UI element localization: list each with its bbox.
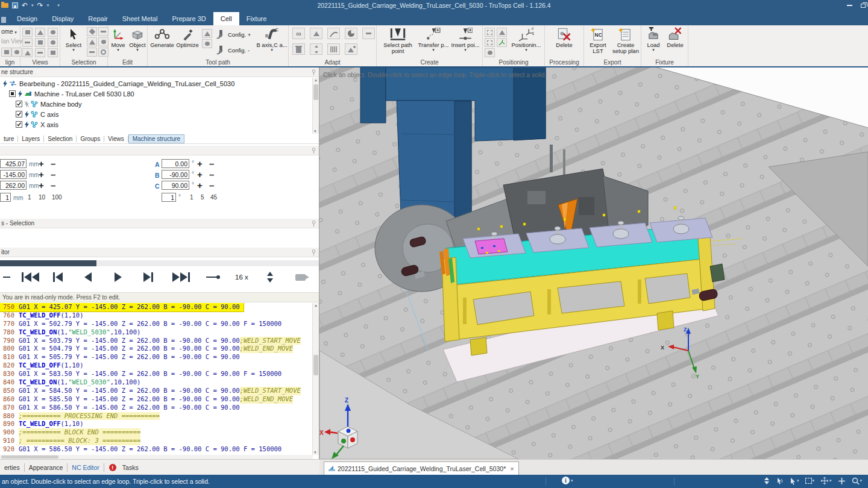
linear-step-1[interactable]: 1 — [28, 194, 31, 201]
x-coordinate-field[interactable] — [0, 159, 27, 168]
pie-icon[interactable] — [345, 28, 357, 39]
positioning-button[interactable]: 21 Positionin...▾ — [509, 27, 543, 51]
tree-checkbox[interactable] — [16, 101, 22, 107]
y-minus-button[interactable]: – — [51, 170, 55, 178]
close-document-icon[interactable]: × — [510, 465, 514, 472]
b-axis-c-axis-button[interactable]: BC B axis,C a...▾ — [256, 27, 288, 51]
move-button[interactable]: Move▾ — [109, 27, 127, 51]
panel-tab-selection[interactable]: Selection — [44, 134, 76, 143]
bottom-tab-nc-editor[interactable]: NC Editor — [68, 461, 104, 474]
a-angle-field[interactable] — [162, 159, 189, 168]
tree-checkbox[interactable] — [9, 90, 16, 97]
smooth-icon[interactable]: ∞ — [292, 28, 305, 39]
tree-row-x-axis[interactable]: X axis — [0, 119, 311, 130]
nc-line-920[interactable]: 920G01 X = 586.50 Y = -145.00 Z = 262.00… — [0, 445, 285, 454]
open-icon[interactable] — [1, 3, 8, 8]
document-tab[interactable]: 20221115_Guided_Carriage_Welding_TruLase… — [324, 461, 519, 475]
y-plus-button[interactable]: + — [39, 170, 44, 178]
speed-stepper[interactable] — [267, 272, 273, 283]
c-plus-button[interactable]: + — [197, 181, 203, 189]
pan-icon[interactable] — [838, 477, 846, 485]
linear-step-10[interactable]: 10 — [39, 194, 45, 201]
nc-line-870[interactable]: 870G01 X = 586.50 Y = -145.00 Z = 262.00… — [0, 404, 244, 412]
nc-code[interactable]: 750G01 X = 425.07 Y = -145.00 Z = 262.00… — [0, 303, 319, 455]
config-plus-button[interactable]: Config. + — [215, 29, 251, 40]
zoom-icon[interactable]: ▾ — [852, 477, 863, 485]
flag-icon[interactable] — [310, 28, 322, 39]
config-minus-button[interactable]: Config. - — [215, 45, 250, 55]
linear-step-field[interactable] — [0, 193, 11, 202]
bottom-tab-tasks[interactable]: Tasks — [118, 461, 143, 474]
nc-line-910[interactable]: 910; ========== BLOCK: 3 ========== — [0, 437, 144, 445]
menu-tab-sheet-metal[interactable]: Sheet Metal — [115, 12, 165, 25]
play-backward-button[interactable] — [84, 272, 92, 282]
trash-icon[interactable] — [292, 43, 305, 55]
positioning-small-icons-mid[interactable] — [497, 28, 507, 47]
c-minus-button[interactable]: – — [209, 181, 214, 189]
menu-tab-design[interactable]: Design — [10, 12, 45, 25]
spin-icon[interactable] — [764, 477, 769, 484]
nc-line-790[interactable]: 790G01 X = 503.79 Y = -145.00 Z = 262.00… — [0, 337, 304, 345]
info-dropdown[interactable]: i▾ — [562, 477, 573, 484]
play-button[interactable] — [115, 272, 122, 282]
bench-icon[interactable] — [362, 28, 375, 39]
pin-icon[interactable] — [311, 69, 316, 75]
nc-line-760[interactable]: 760TC_WELD_OFF(1,10) — [0, 311, 87, 320]
linear-step-100[interactable]: 100 — [52, 194, 62, 201]
undo-dropdown-icon[interactable]: ▾ — [31, 3, 34, 8]
bottom-tab-appearance[interactable]: Appearance — [25, 461, 68, 474]
b-plus-button[interactable]: + — [197, 170, 203, 178]
menu-tab-cell[interactable]: Cell — [213, 12, 239, 25]
nc-line-880[interactable]: 880;========== PROCESSING END ========== — [0, 412, 163, 421]
load-fixture-button[interactable]: Load▾ — [644, 27, 663, 51]
angular-step-field[interactable] — [162, 193, 176, 202]
adapt-icons-row1[interactable]: ∞ — [292, 28, 375, 39]
panel-tab-layers[interactable]: Layers — [18, 134, 43, 143]
qat-overflow-icon[interactable]: ▾ — [57, 3, 60, 8]
select-button[interactable]: Select▾ — [61, 27, 86, 51]
cursor-undo-icon[interactable] — [775, 477, 784, 485]
tree-checkbox[interactable] — [16, 121, 22, 128]
y-coordinate-field[interactable] — [0, 170, 27, 179]
pin-icon[interactable] — [311, 249, 316, 255]
object-button[interactable]: Object▾ — [128, 27, 147, 51]
tree-scrollbar[interactable]: ▴▾ — [312, 78, 319, 134]
skip-to-end-button[interactable] — [172, 272, 190, 282]
tree-row-machine-body[interactable]: Machine body — [0, 99, 311, 109]
tree-row-machine-trulaser-cell-50[interactable]: Machine - TruLaser Cell 5030 L80 — [0, 89, 311, 99]
previous-step-button[interactable] — [53, 272, 63, 282]
viewport-3d[interactable]: Z X Y Z — [319, 67, 868, 459]
delete-fixture-button[interactable]: Delete — [664, 27, 686, 48]
export-lst-button[interactable]: NC Export LST — [585, 27, 611, 55]
bottom-tab-erties[interactable]: erties — [0, 461, 24, 474]
nc-line-900[interactable]: 900;========== BLOCK END ========== — [0, 428, 144, 437]
z-plus-button[interactable]: + — [39, 181, 44, 189]
z-coordinate-field[interactable] — [0, 181, 27, 190]
panel-tab-views[interactable]: Views — [104, 134, 128, 143]
nc-line-860[interactable]: 860G01 X = 585.50 Y = -145.00 Z = 262.00… — [0, 395, 297, 404]
hatch-icon[interactable] — [327, 43, 340, 55]
nc-line-890[interactable]: 890TC_WELD_OFF(1,10) — [0, 420, 87, 428]
tree-row-c-axis[interactable]: C axis — [0, 109, 311, 119]
simulation-progress-track[interactable] — [0, 260, 319, 266]
tree-checkbox[interactable] — [16, 111, 22, 117]
undo-icon[interactable]: ↶ — [22, 2, 28, 8]
menu-tab-display[interactable]: Display — [45, 12, 81, 25]
nc-line-770[interactable]: 770G01 X = 502.79 Y = -145.00 Z = 262.00… — [0, 320, 285, 328]
stretch-icon[interactable] — [310, 43, 322, 55]
x-minus-button[interactable]: – — [51, 160, 55, 167]
cursor-select-icon[interactable]: ▾ — [790, 477, 799, 485]
angular-step-5[interactable]: 5 — [201, 194, 204, 201]
delete-processing-button[interactable]: Delete — [551, 27, 577, 48]
nc-line-850[interactable]: 850G01 X = 584.50 Y = -145.00 Z = 262.00… — [0, 387, 304, 395]
redo-icon[interactable]: ↷ — [37, 2, 43, 8]
pin-icon[interactable] — [311, 148, 316, 154]
orbit-icon[interactable]: ▾ — [820, 477, 832, 485]
nc-hscrollbar[interactable] — [0, 455, 313, 459]
skip-to-start-button[interactable] — [22, 272, 39, 282]
c-angle-field[interactable] — [162, 181, 189, 190]
minimize-button[interactable] — [847, 5, 852, 6]
mountain-plus-icon[interactable] — [345, 43, 357, 55]
select-path-point-button[interactable]: Select path point — [379, 27, 417, 55]
transfer-point-button[interactable]: Transfer p...▾ — [418, 27, 449, 51]
